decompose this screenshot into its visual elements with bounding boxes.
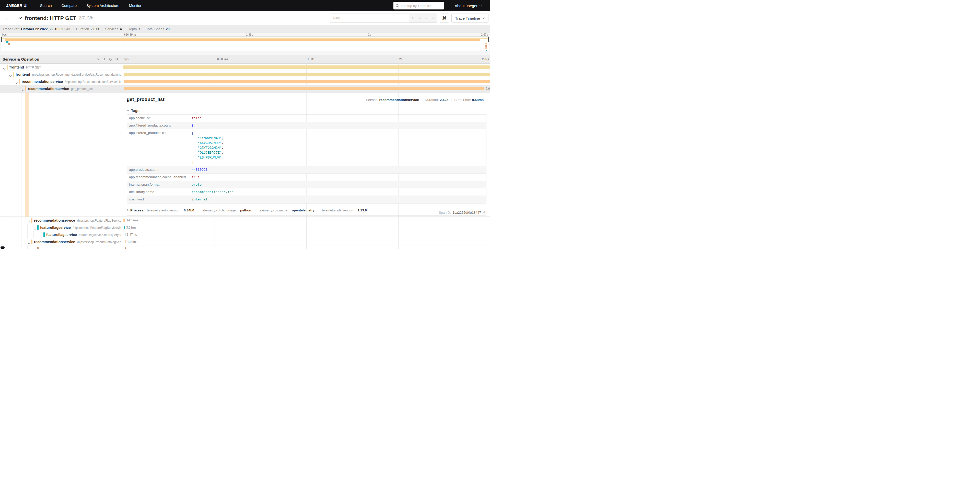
locate-span-button[interactable]: ⌖	[409, 14, 416, 22]
span-row[interactable]: recommendationservice/hipstershop.Produc…	[0, 238, 490, 246]
process-label: Process:	[130, 208, 144, 212]
operation-name: /hipstershop.FeatureFlagService/Ge...	[73, 226, 121, 230]
process-section-toggle[interactable]: Process: telemetry.auto.version=0.34b0te…	[127, 208, 487, 212]
trace-id-search-input[interactable]	[401, 4, 442, 8]
span-row[interactable]: featureflagservice/hipstershop.FeatureFl…	[0, 224, 490, 231]
span-row[interactable]: frontendHTTP GET	[0, 64, 490, 71]
expand-all-icon[interactable]	[115, 57, 118, 61]
find-next-button[interactable]	[423, 14, 430, 22]
span-color-band	[25, 93, 29, 217]
process-item: telemetry.sdk.name=opentelemetry	[255, 208, 318, 212]
indent-guide	[3, 93, 3, 217]
span-duration-label: 1.04ms	[127, 238, 137, 245]
span-row-timeline	[123, 71, 490, 78]
span-duration-label: 3.47ms	[127, 231, 137, 238]
locate-icon: ⌖	[412, 16, 414, 21]
column-resize-grip[interactable]	[121, 59, 122, 62]
span-color-swatch	[31, 218, 32, 223]
json-bracket: ]	[192, 160, 224, 165]
span-bar[interactable]	[124, 226, 125, 229]
span-row[interactable]: recommendationservice/hipstershop.Recomm…	[0, 78, 490, 85]
tag-row: span.kindinternal	[127, 196, 486, 203]
nav-item-compare[interactable]: Compare	[57, 3, 82, 8]
tag-key: app.products.count	[127, 166, 189, 173]
operation-name: HTTP GET	[26, 66, 41, 69]
json-array-item: "66VCHSJNUP",	[192, 140, 224, 145]
minimap-left-handle[interactable]	[1, 37, 2, 42]
span-color-swatch	[6, 65, 8, 70]
indent-guide	[27, 224, 28, 231]
trace-meta-item: Total Spans20	[143, 27, 172, 31]
chevron-down-icon[interactable]	[34, 228, 36, 230]
trace-id-search[interactable]	[393, 2, 444, 10]
span-bar[interactable]	[126, 240, 126, 243]
collapse-all-icon[interactable]	[108, 57, 112, 61]
tick-label: 666.89ms	[216, 55, 228, 64]
minimap-right-handle[interactable]	[488, 37, 489, 42]
span-bar[interactable]	[125, 233, 126, 236]
minimap-span	[6, 41, 8, 43]
app-brand[interactable]: JAEGER UI	[6, 3, 28, 8]
detail-service: Service: recommendationservice	[363, 98, 422, 102]
find-prev-button[interactable]	[416, 14, 423, 22]
span-row[interactable]: recommendationserviceget_product_list2.6…	[0, 85, 490, 92]
nav-item-monitor[interactable]: Monitor	[124, 3, 146, 8]
trace-view-label: Trace Timeline	[455, 16, 480, 21]
chevron-down-icon[interactable]	[15, 82, 18, 84]
span-bar[interactable]	[124, 73, 490, 76]
link-icon[interactable]	[483, 211, 487, 214]
service-name: recommendationservice	[34, 218, 75, 222]
span-bar[interactable]	[124, 87, 484, 90]
trace-page-header: ← frontend: HTTP GET 2f715fb ⌖ ✕ ⌘ Trace…	[0, 11, 490, 25]
collapse-one-icon[interactable]	[97, 58, 101, 60]
tag-row: app.filtered_products.list["1YMWWN1N4O",…	[127, 129, 486, 166]
detail-indent-area	[0, 93, 123, 217]
trace-id-short: 2f715fb	[79, 16, 93, 21]
span-names: recommendationservice/hipstershop.Featur…	[34, 217, 121, 224]
span-duration-label: 3.68ms	[126, 224, 136, 231]
find-group: ⌖ ✕	[330, 14, 437, 23]
span-row[interactable]	[0, 246, 490, 249]
tick-label: 2s	[368, 33, 371, 37]
find-input[interactable]	[330, 14, 409, 22]
span-row-name-column: recommendationserviceget_product_list	[0, 85, 123, 92]
meta-value-suffix: .543	[64, 27, 70, 31]
minimap-span	[485, 43, 487, 45]
nav-item-system-architecture[interactable]: System Architecture	[81, 3, 124, 8]
chevron-down-icon[interactable]	[3, 68, 6, 70]
span-names: frontendHTTP GET	[10, 64, 41, 70]
tags-section-toggle[interactable]: Tags	[127, 109, 487, 113]
chevron-down-icon[interactable]	[21, 89, 24, 91]
collapse-chevron-icon[interactable]	[18, 17, 22, 19]
horizontal-scrollbar-thumb[interactable]	[0, 246, 5, 249]
trace-view-selector[interactable]: Trace Timeline	[452, 14, 488, 23]
minimap-canvas[interactable]	[1, 37, 489, 51]
span-bar[interactable]	[123, 65, 490, 69]
span-row[interactable]: featureflagservicefeatureflagservice.rep…	[0, 231, 490, 238]
json-array-item: "2ZYFJ3GM2N",	[192, 145, 224, 150]
chevron-down-icon[interactable]	[9, 75, 12, 77]
back-button[interactable]: ←	[0, 11, 14, 25]
span-row-name-column: frontendgrpc.hipstershop.RecommendationS…	[0, 71, 123, 78]
meta-label: Total Spans	[146, 27, 164, 31]
json-array-item: "LS4PSXUNUM"	[192, 155, 224, 160]
chevron-down-icon[interactable]	[28, 221, 30, 223]
tag-key: span.kind	[127, 196, 189, 203]
nav-item-search[interactable]: Search	[35, 3, 57, 8]
about-jaeger-label: About Jaeger	[455, 3, 477, 8]
service-operation-header: Service & Operation	[0, 55, 123, 64]
span-bar[interactable]	[125, 247, 126, 249]
about-jaeger-menu[interactable]: About Jaeger	[455, 3, 482, 8]
span-row[interactable]: frontendgrpc.hipstershop.RecommendationS…	[0, 71, 490, 78]
service-name: featureflagservice	[40, 225, 71, 230]
span-row[interactable]: recommendationservice/hipstershop.Featur…	[0, 217, 490, 224]
clear-find-button[interactable]: ✕	[430, 14, 437, 22]
span-bar[interactable]	[123, 219, 125, 222]
tag-value: internal	[189, 196, 210, 203]
indent-guide	[3, 71, 3, 78]
chevron-down-icon[interactable]	[28, 243, 30, 244]
span-bar[interactable]	[124, 80, 490, 83]
indent-guide	[3, 238, 3, 245]
expand-one-icon[interactable]	[103, 57, 106, 61]
keyboard-shortcuts-button[interactable]: ⌘	[440, 14, 449, 23]
